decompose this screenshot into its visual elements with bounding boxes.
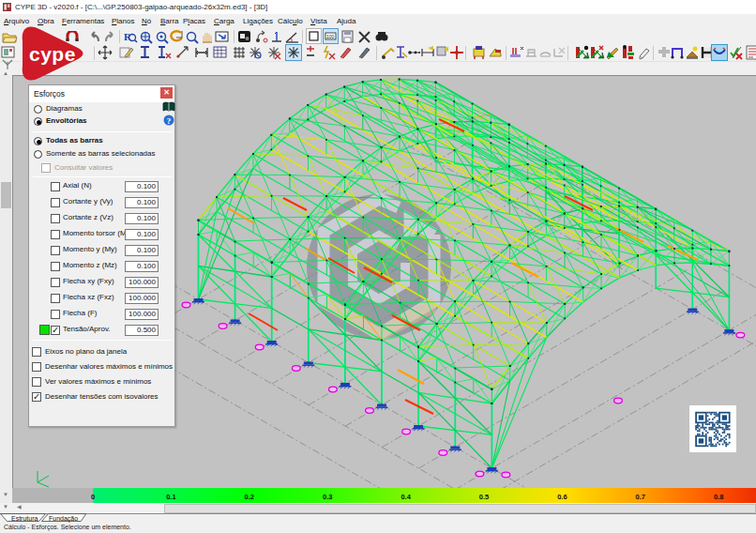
svg-text:0.4: 0.4 [401, 493, 411, 501]
svg-text:cype: cype [29, 43, 76, 65]
svg-text:Fundação: Fundação [49, 515, 78, 523]
svg-text:0.6: 0.6 [557, 493, 567, 501]
svg-text:100: 100 [326, 34, 335, 39]
svg-text:Estrutura: Estrutura [11, 515, 38, 522]
svg-text:?: ? [167, 116, 172, 126]
svg-text:0: 0 [91, 493, 95, 501]
svg-text:0.5: 0.5 [479, 493, 489, 501]
svg-text:0.1: 0.1 [166, 493, 175, 501]
svg-text:0.7: 0.7 [636, 493, 645, 501]
svg-text:0.3: 0.3 [323, 493, 332, 501]
svg-text:0.8: 0.8 [714, 493, 723, 501]
svg-text:0.2: 0.2 [245, 493, 254, 501]
